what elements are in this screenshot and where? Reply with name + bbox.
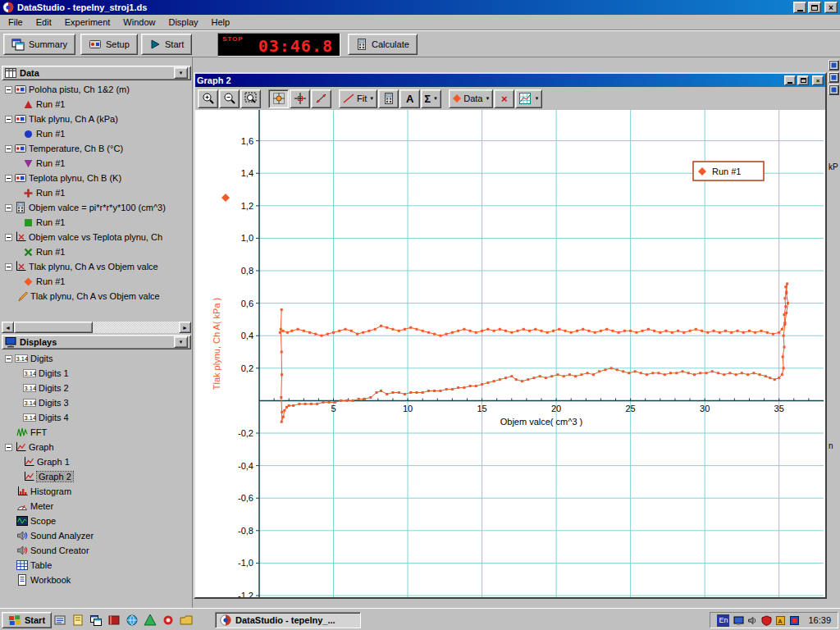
data-item-run-1[interactable]: Run #1 (2, 126, 191, 141)
display-item-graph[interactable]: Graph (2, 440, 191, 454)
collapse-toggle-icon[interactable] (5, 86, 12, 94)
quicklaunch-3-icon[interactable] (89, 613, 103, 627)
data-tree-hscrollbar[interactable]: ◄ ► (2, 322, 191, 333)
background-window-button-2[interactable] (829, 72, 839, 83)
taskbar-task-datastudio[interactable]: DataStudio - tepelny_... (215, 612, 361, 628)
maximize-button[interactable] (808, 2, 821, 13)
data-item-poloha-pistu-ch-1-2-m[interactable]: Poloha pistu, Ch 1&2 (m) (2, 82, 191, 97)
start-button[interactable]: Start (2, 612, 52, 628)
fit-menu-button[interactable]: Fit▼ (339, 89, 377, 108)
summary-button[interactable]: Summary (3, 34, 75, 55)
zoom-select-button[interactable] (240, 89, 261, 108)
graph2-titlebar[interactable]: Graph 2 × (195, 74, 825, 87)
menu-window[interactable]: Window (116, 16, 162, 29)
graph-plot-area[interactable]: 1,61,41,21,00,80,60,40,2-0,2-0,4-0,6-0,8… (195, 110, 825, 597)
scrollbar-thumb[interactable] (14, 322, 93, 333)
graph2-maximize-button[interactable] (797, 75, 809, 85)
data-item-run-1[interactable]: Run #1 (2, 244, 191, 259)
window-titlebar[interactable]: DataStudio - tepelny_stroj1.ds × (0, 0, 840, 15)
background-window-button-1[interactable] (829, 60, 839, 71)
data-menu-button[interactable]: Data▼ (449, 89, 493, 108)
quicklaunch-5-icon[interactable] (125, 613, 139, 627)
display-item-workbook[interactable]: Workbook (2, 573, 191, 587)
data-item-objem-valce-vs-teplota-plynu-ch[interactable]: Objem valce vs Teplota plynu, Ch (2, 230, 191, 244)
graph-settings-menu-button[interactable]: ▼ (515, 89, 542, 108)
menu-file[interactable]: File (2, 16, 30, 29)
calculate-button[interactable]: Calculate (348, 34, 418, 55)
tray-shield-icon[interactable] (761, 615, 772, 626)
collapse-toggle-icon[interactable] (5, 145, 12, 153)
data-item-tlak-plynu-ch-a-vs-objem-valce[interactable]: Tlak plynu, Ch A vs Objem valce (2, 259, 191, 274)
tray-volume-icon[interactable] (747, 615, 758, 626)
collapse-toggle-icon[interactable] (5, 263, 12, 271)
statistics-menu-button[interactable]: Σ▼ (421, 89, 441, 108)
display-item-digits[interactable]: 3.14Digits (2, 351, 191, 366)
graph2-close-button[interactable]: × (812, 75, 824, 85)
quicklaunch-8-icon[interactable] (179, 613, 193, 627)
display-item-table[interactable]: Table (2, 558, 191, 573)
display-item-sound-analyzer[interactable]: Sound Analyzer (2, 528, 191, 543)
menu-help[interactable]: Help (205, 16, 237, 29)
graph2-minimize-button[interactable] (784, 75, 796, 85)
data-section-header[interactable]: Data ▼ (2, 66, 191, 80)
tray-app-a-icon[interactable]: A (775, 615, 786, 626)
collapse-toggle-icon[interactable] (5, 444, 12, 451)
data-section-menu-button[interactable]: ▼ (174, 67, 188, 79)
display-item-meter[interactable]: Meter (2, 499, 191, 514)
setup-button[interactable]: Setup (80, 34, 138, 55)
calculator-tool-button[interactable] (378, 89, 399, 108)
language-indicator[interactable]: En (717, 614, 729, 627)
menu-display[interactable]: Display (162, 16, 204, 29)
tray-display-icon[interactable] (733, 615, 744, 626)
data-item-run-1[interactable]: Run #1 (2, 156, 191, 171)
quicklaunch-1-icon[interactable] (52, 613, 66, 627)
display-item-histogram[interactable]: Histogram (2, 484, 191, 499)
display-item-scope[interactable]: Scope (2, 514, 191, 528)
quicklaunch-7-icon[interactable] (161, 613, 175, 627)
display-item-fft[interactable]: FFT (2, 425, 191, 440)
zoom-in-button[interactable] (198, 89, 218, 108)
align-axes-button[interactable] (268, 89, 289, 108)
display-item-digits-1[interactable]: 3.14Digits 1 (2, 366, 191, 381)
slope-tool-button[interactable] (311, 89, 331, 108)
display-item-digits-4[interactable]: 3.14Digits 4 (2, 410, 191, 425)
tray-app-b-icon[interactable] (789, 615, 800, 626)
smart-tool-button[interactable] (290, 89, 310, 108)
data-item-run-1[interactable]: Run #1 (2, 215, 191, 230)
data-item-objem-valce-pi-r-r-y-100-cm-3[interactable]: Objem valce = pi*r*r*y*100 (cm^3) (2, 200, 191, 215)
remove-data-button[interactable]: × (494, 89, 514, 108)
collapse-toggle-icon[interactable] (5, 116, 12, 123)
quicklaunch-2-icon[interactable] (71, 613, 84, 627)
quicklaunch-4-icon[interactable] (107, 613, 121, 627)
collapse-toggle-icon[interactable] (5, 204, 12, 212)
menu-experiment[interactable]: Experiment (58, 16, 117, 29)
menu-edit[interactable]: Edit (30, 16, 58, 29)
displays-section-header[interactable]: Displays ▼ (2, 335, 191, 349)
background-window-button-3[interactable] (829, 84, 839, 95)
collapse-toggle-icon[interactable] (5, 175, 12, 182)
start-experiment-button[interactable]: Start (141, 34, 192, 55)
display-item-digits-2[interactable]: 3.14Digits 2 (2, 381, 191, 395)
close-button[interactable]: × (824, 2, 838, 13)
scroll-right-button[interactable]: ► (179, 322, 191, 333)
data-item-tlak-plynu-ch-a-kpa[interactable]: Tlak plynu, Ch A (kPa) (2, 112, 191, 126)
displays-section-menu-button[interactable]: ▼ (174, 336, 188, 348)
collapse-toggle-icon[interactable] (5, 234, 12, 241)
collapse-toggle-icon[interactable] (5, 355, 12, 363)
display-item-graph-1[interactable]: Graph 1 (2, 454, 191, 469)
data-item-run-1[interactable]: Run #1 (2, 274, 191, 289)
data-item-run-1[interactable]: Run #1 (2, 185, 191, 200)
scrollbar-track[interactable] (14, 322, 179, 333)
data-item-temperature-ch-b-c[interactable]: Temperature, Ch B (°C) (2, 141, 191, 156)
display-item-sound-creator[interactable]: Sound Creator (2, 543, 191, 558)
minimize-button[interactable] (793, 2, 806, 13)
zoom-out-button[interactable] (219, 89, 240, 108)
quicklaunch-6-icon[interactable] (143, 613, 157, 627)
display-item-digits-3[interactable]: 3.14Digits 3 (2, 395, 191, 410)
data-item-tlak-plynu-ch-a-vs-objem-valce[interactable]: Tlak plynu, Ch A vs Objem valce (2, 289, 191, 304)
data-item-run-1[interactable]: Run #1 (2, 97, 191, 112)
data-item-teplota-plynu-ch-b-k[interactable]: Teplota plynu, Ch B (K) (2, 171, 191, 185)
text-annotation-button[interactable]: A (399, 89, 420, 108)
scroll-left-button[interactable]: ◄ (2, 322, 14, 333)
display-item-graph-2[interactable]: Graph 2 (2, 469, 191, 484)
